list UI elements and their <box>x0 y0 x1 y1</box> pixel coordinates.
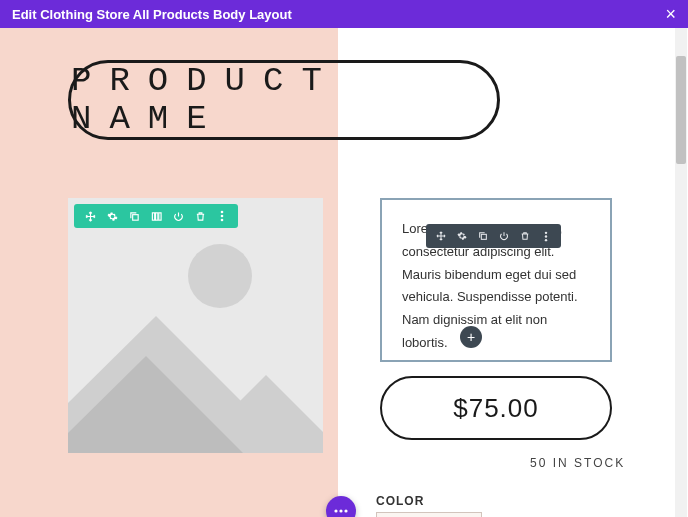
product-image-module[interactable] <box>68 198 323 453</box>
svg-point-15 <box>545 238 547 240</box>
svg-point-16 <box>334 509 337 512</box>
svg-point-18 <box>344 509 347 512</box>
svg-point-10 <box>221 215 224 218</box>
gear-icon[interactable] <box>106 210 118 222</box>
more-icon[interactable] <box>540 230 552 242</box>
stock-text: 50 IN STOCK <box>530 456 625 470</box>
trash-icon[interactable] <box>194 210 206 222</box>
move-icon[interactable] <box>84 210 96 222</box>
gear-icon[interactable] <box>456 230 468 242</box>
text-module-toolbar <box>426 224 561 248</box>
svg-rect-6 <box>152 212 154 219</box>
product-title-text: PRODUCT NAME <box>71 62 497 138</box>
product-title-module[interactable]: PRODUCT NAME <box>68 60 500 140</box>
svg-point-9 <box>221 211 224 214</box>
scrollbar-thumb[interactable] <box>676 56 686 164</box>
move-icon[interactable] <box>435 230 447 242</box>
image-module-toolbar <box>74 204 238 228</box>
power-icon[interactable] <box>498 230 510 242</box>
svg-marker-4 <box>68 356 243 453</box>
svg-marker-2 <box>68 316 268 453</box>
svg-point-11 <box>221 219 224 222</box>
svg-rect-7 <box>155 212 157 219</box>
duplicate-icon[interactable] <box>477 230 489 242</box>
svg-point-17 <box>339 509 342 512</box>
product-description-module[interactable]: Lorem ipsum dolor sit amet, consectetur … <box>380 198 612 362</box>
close-icon[interactable]: × <box>665 4 676 25</box>
svg-marker-3 <box>188 375 323 453</box>
svg-rect-0 <box>68 198 323 453</box>
editor-top-bar: Edit Clothing Store All Products Body La… <box>0 0 688 28</box>
svg-point-14 <box>545 235 547 237</box>
color-attribute-label: COLOR <box>376 494 424 508</box>
trash-icon[interactable] <box>519 230 531 242</box>
columns-icon[interactable] <box>150 210 162 222</box>
svg-rect-12 <box>481 234 486 239</box>
editor-title: Edit Clothing Store All Products Body La… <box>12 7 292 22</box>
svg-point-13 <box>545 231 547 233</box>
duplicate-icon[interactable] <box>128 210 140 222</box>
svg-point-1 <box>188 244 252 308</box>
product-price-module[interactable]: $75.00 <box>380 376 612 440</box>
product-price-text: $75.00 <box>453 393 539 424</box>
image-placeholder-icon <box>68 198 323 453</box>
add-module-button[interactable]: + <box>460 326 482 348</box>
power-icon[interactable] <box>172 210 184 222</box>
page-settings-fab[interactable] <box>326 496 356 517</box>
svg-rect-5 <box>132 214 138 220</box>
editor-canvas: PRODUCT NAME Lorem ipsum dolor sit amet,… <box>0 28 688 517</box>
more-icon[interactable] <box>216 210 228 222</box>
color-select[interactable]: Choose an option <box>376 512 482 517</box>
svg-rect-8 <box>158 212 160 219</box>
